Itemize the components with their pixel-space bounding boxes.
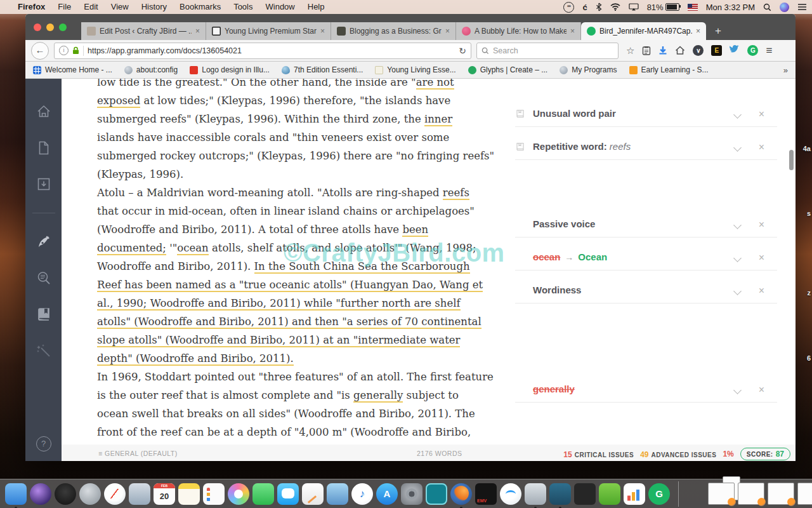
document-line[interactable]: al., 1990; Woodroffe and Biribo, 2011) w…	[97, 294, 478, 312]
bookmark-item[interactable]: Glyphs | Create – ...	[468, 65, 548, 74]
menu-edit[interactable]: Edit	[77, 0, 104, 14]
critical-issues[interactable]: 15CRITICAL ISSUES	[563, 448, 634, 460]
dock-launchpad-icon[interactable]	[79, 483, 101, 505]
document-line[interactable]: ocean swell that breaks on all sides" (W…	[97, 404, 478, 423]
bookmark-item[interactable]: about:config	[124, 65, 178, 74]
dock-finder-icon[interactable]	[5, 483, 27, 505]
bookmark-item[interactable]: My Programs	[560, 65, 617, 74]
grammarly-extension-icon[interactable]: G	[747, 45, 758, 56]
document-line[interactable]: islands have inaccessible corals and "th…	[97, 128, 478, 147]
wifi-icon[interactable]	[610, 3, 620, 11]
close-icon[interactable]: ×	[759, 109, 764, 120]
wand-icon[interactable]	[36, 343, 51, 358]
browser-tab[interactable]: A Bubbly Life: How to Make...×	[456, 22, 581, 40]
home-icon[interactable]	[36, 104, 51, 119]
tab-close-icon[interactable]: ×	[320, 27, 325, 36]
menu-file[interactable]: File	[51, 0, 77, 14]
bookmark-item[interactable]: Logo design in Illu...	[190, 65, 270, 74]
score-badge[interactable]: SCORE: 87	[740, 448, 790, 460]
document-line[interactable]: atolls" (Woodroffe and Biribo, 2011) and…	[97, 312, 478, 331]
document-line[interactable]: low tide is the greatest." On the other …	[97, 79, 478, 91]
bluetooth-icon[interactable]	[596, 3, 602, 11]
suggestion-card-passive-voice[interactable]: Passive voice×	[515, 215, 777, 237]
app-c-icon[interactable]: ć	[582, 3, 587, 12]
document-line[interactable]: submerged reefs" (Kleypas, 1996). Within…	[97, 110, 478, 128]
chevron-down-icon[interactable]	[733, 144, 742, 152]
plagiarism-icon[interactable]	[36, 271, 51, 286]
word-count[interactable]: 2176 WORDS	[417, 450, 462, 457]
reload-button[interactable]: ↻	[459, 46, 466, 56]
menu-tools[interactable]: Tools	[227, 0, 259, 14]
bookmark-item[interactable]: Young Living Esse...	[375, 65, 455, 74]
dock-firefox-icon[interactable]	[450, 483, 472, 505]
dock-reminders-icon[interactable]	[203, 483, 225, 505]
search-bar[interactable]: Search	[476, 43, 619, 59]
pen-icon[interactable]	[36, 234, 51, 250]
document-line[interactable]: depth" (Woodroffe and Biribo, 2011).	[97, 349, 478, 368]
airplay-icon[interactable]	[629, 3, 639, 11]
notification-center-icon[interactable]	[797, 3, 807, 11]
dock-bluecam-icon[interactable]	[549, 483, 571, 505]
new-tab-button[interactable]: +	[706, 22, 730, 40]
creative-cloud-icon[interactable]: ∞	[563, 2, 574, 13]
chevron-down-icon[interactable]	[733, 254, 742, 262]
bookmark-item[interactable]: Welcome Home - ...	[33, 65, 112, 74]
dock-camera10-icon[interactable]	[426, 483, 447, 505]
dock-appstore-icon[interactable]: A	[376, 483, 398, 505]
page-info-icon[interactable]: i	[59, 46, 69, 55]
menu-history[interactable]: History	[135, 0, 173, 14]
minimized-window-thumbnail[interactable]	[797, 483, 812, 505]
menu-bookmarks[interactable]: Bookmarks	[173, 0, 227, 14]
downloads-icon[interactable]	[658, 46, 667, 55]
spotlight-icon[interactable]	[763, 3, 771, 11]
close-icon[interactable]: ×	[759, 384, 764, 396]
dock-preview-icon[interactable]	[327, 483, 348, 505]
tab-close-icon[interactable]: ×	[570, 27, 575, 36]
https-lock-icon[interactable]	[72, 46, 79, 55]
browser-tab[interactable]: Edit Post ‹ Crafty JBird — ...×	[81, 22, 206, 40]
menu-help[interactable]: Help	[301, 0, 331, 14]
document-line[interactable]: exposed at low tides;" (Kleypas, 1996) t…	[97, 91, 478, 110]
reading-list-icon[interactable]	[642, 46, 651, 55]
dock-grammarly-icon[interactable]: G	[648, 483, 670, 505]
pocket-icon[interactable]: ∨	[693, 45, 704, 56]
dock-safari-icon[interactable]	[104, 483, 126, 505]
download-icon[interactable]	[36, 177, 51, 192]
advanced-issues[interactable]: 49ADVANCED ISSUES	[640, 448, 716, 460]
dock-itunes-icon[interactable]	[351, 483, 373, 505]
dock-emv-icon[interactable]: EMV	[475, 483, 497, 505]
suggestion-card-repetitive-word[interactable]: Repetitive word: reefs×	[515, 137, 777, 160]
help-button[interactable]: ?	[36, 436, 51, 451]
close-icon[interactable]: ×	[759, 219, 764, 231]
dock-calendar-icon[interactable]: FEB20	[154, 483, 175, 505]
document-style-selector[interactable]: ≡ GENERAL (DEFAULT)	[98, 450, 178, 457]
suggestion-card-unusual-word-pair[interactable]: Unusual word pair×	[515, 104, 777, 127]
evernote-clipper-icon[interactable]: E	[711, 45, 722, 56]
document-line[interactable]: Reef has been named as a "true oceanic a…	[97, 276, 478, 294]
menu-window[interactable]: Window	[259, 0, 301, 14]
dock-messages-icon[interactable]	[277, 483, 299, 505]
bookmark-star-icon[interactable]: ☆	[626, 46, 634, 55]
browser-tab[interactable]: Bird_Jennifer-MAR497Cap...×	[581, 22, 706, 40]
chevron-down-icon[interactable]	[733, 221, 742, 229]
home-icon[interactable]	[675, 46, 685, 55]
minimized-window-thumbnail[interactable]	[738, 483, 764, 505]
menu-firefox[interactable]: Firefox	[11, 0, 51, 14]
suggestion-card-generally-delete[interactable]: generally×	[515, 380, 777, 403]
dock-evernote-icon[interactable]	[599, 483, 620, 505]
menu-hamburger-icon[interactable]: ≡	[766, 44, 772, 57]
tab-close-icon[interactable]: ×	[445, 27, 450, 36]
browser-tab[interactable]: Blogging as a Business: Gr...×	[331, 22, 456, 40]
dock-pages-icon[interactable]	[302, 483, 324, 505]
close-icon[interactable]: ×	[759, 285, 764, 297]
dock-sysprefs-icon[interactable]	[401, 483, 422, 505]
suggestion-card-wordiness[interactable]: Wordiness×	[515, 281, 777, 304]
url-bar[interactable]: i https://app.grammarly.com/docs/1360540…	[54, 43, 471, 59]
bookmark-item[interactable]: Early Learning - S...	[629, 65, 709, 74]
book-icon[interactable]	[36, 307, 51, 322]
zoom-window-button[interactable]	[59, 23, 67, 31]
document-line[interactable]: (Kleypas, 1996).	[97, 165, 478, 184]
menu-view[interactable]: View	[105, 0, 135, 14]
browser-tab[interactable]: Young Living Premium Star...×	[206, 22, 331, 40]
dock-notes-icon[interactable]	[178, 483, 200, 505]
